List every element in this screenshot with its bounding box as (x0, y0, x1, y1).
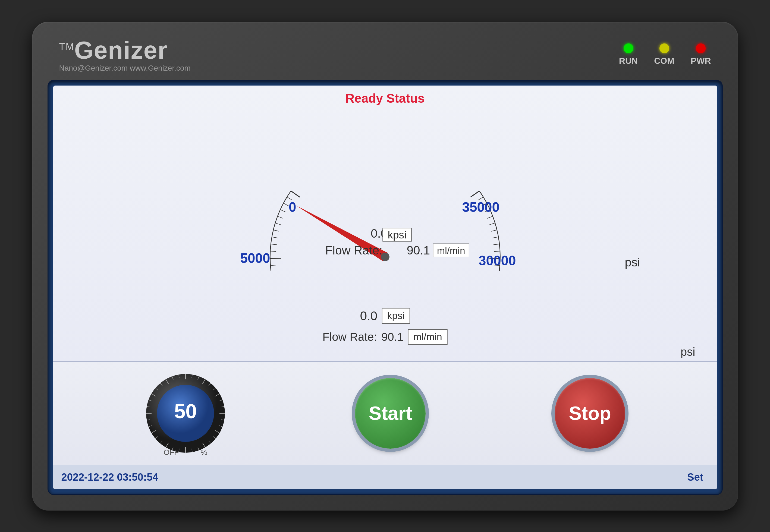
logo-subtitle: Nano@Genizer.com www.Genizer.com (59, 64, 191, 73)
svg-text:kpsi: kpsi (388, 229, 406, 241)
svg-line-3 (280, 209, 285, 212)
pressure-unit: kpsi (382, 308, 410, 324)
knob-container: 50 OFF % (145, 373, 226, 454)
knob-value-text: 50 (174, 400, 197, 423)
screen-bezel: Ready Status 050001000015000200002500030… (48, 81, 722, 494)
svg-line-9 (270, 251, 276, 251)
pressure-display: 0.0 kpsi (360, 308, 410, 324)
svg-text:30000: 30000 (479, 253, 516, 268)
svg-line-11 (270, 265, 276, 266)
start-button-label: Start (369, 402, 412, 424)
svg-text:35000: 35000 (462, 200, 499, 215)
led-run: RUN (619, 43, 638, 66)
tm-superscript: TM (59, 41, 74, 52)
svg-line-2 (283, 203, 289, 206)
run-led-dot (624, 43, 633, 53)
svg-line-65 (489, 223, 495, 225)
svg-line-0 (291, 191, 300, 197)
datetime-display: 2022-12-22 03:50:54 (61, 471, 158, 483)
svg-text:5000: 5000 (240, 250, 270, 265)
logo-area: TMGenizer Nano@Genizer.com www.Genizer.c… (59, 38, 191, 73)
flow-rate-label: Flow Rate: (322, 330, 377, 344)
stop-button[interactable]: Stop (555, 378, 625, 449)
svg-line-7 (272, 237, 278, 238)
pwr-led-dot (696, 43, 706, 53)
svg-line-5 (275, 223, 281, 225)
set-button[interactable]: Set (682, 469, 709, 485)
status-title: Ready Status (345, 91, 425, 106)
svg-line-62 (493, 244, 499, 244)
svg-line-70 (470, 191, 479, 197)
svg-line-66 (487, 216, 493, 218)
knob-svg: 50 (145, 373, 226, 454)
svg-text:psi: psi (625, 256, 640, 269)
led-com: COM (654, 43, 674, 66)
svg-line-6 (273, 230, 279, 231)
flow-rate-unit: ml/min (408, 329, 448, 345)
flow-rate-value: 90.1 (381, 330, 404, 344)
status-leds: RUN COM PWR (619, 38, 711, 66)
gauge-svg-real: 050001000015000200002500030000350000.0kp… (86, 108, 684, 271)
svg-text:ml/min: ml/min (437, 245, 465, 256)
start-button[interactable]: Start (355, 378, 426, 449)
svg-line-4 (277, 216, 283, 218)
stop-button-label: Stop (569, 402, 611, 424)
brand-logo: TMGenizer (59, 38, 191, 62)
com-led-label: COM (654, 56, 674, 66)
run-led-label: RUN (619, 56, 638, 66)
gauge-center-info: 0.0 kpsi Flow Rate: 90.1 ml/min (322, 308, 447, 345)
svg-line-61 (494, 251, 500, 251)
screen-inner: Ready Status 050001000015000200002500030… (53, 86, 717, 489)
pressure-value: 0.0 (360, 309, 378, 323)
knob-label-percent: % (200, 448, 207, 457)
svg-text:Flow Rate:: Flow Rate: (325, 244, 382, 257)
gauge-container: 050001000015000200002500030000350000.0kp… (86, 108, 684, 271)
knob-label-off: OFF (164, 448, 179, 457)
svg-line-8 (271, 244, 277, 244)
device-header: TMGenizer Nano@Genizer.com www.Genizer.c… (43, 33, 727, 81)
device-body: TMGenizer Nano@Genizer.com www.Genizer.c… (32, 22, 738, 511)
com-led-dot (659, 43, 669, 53)
svg-text:0: 0 (288, 200, 296, 215)
svg-line-10 (270, 258, 281, 258)
svg-line-63 (492, 237, 498, 238)
pwr-led-label: PWR (691, 56, 711, 66)
knob-labels: OFF % (164, 448, 207, 457)
svg-text:90.1: 90.1 (407, 244, 430, 257)
flow-rate-display: Flow Rate: 90.1 ml/min (322, 329, 447, 345)
svg-line-64 (491, 230, 497, 231)
gauge-section: Ready Status 050001000015000200002500030… (53, 86, 717, 362)
led-pwr: PWR (691, 43, 711, 66)
psi-label: psi (681, 345, 695, 358)
status-bar: 2022-12-22 03:50:54 Set (53, 465, 717, 489)
control-section: 50 OFF % Start Stop (53, 362, 717, 465)
